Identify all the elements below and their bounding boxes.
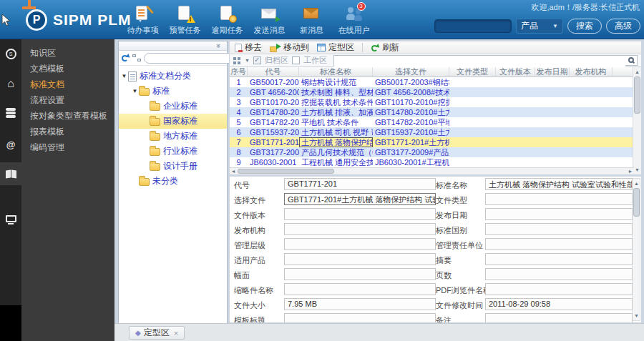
field-input-right[interactable]: 2011-08-29 09:58 bbox=[485, 298, 633, 310]
field-input-left[interactable]: 7.95 MB bbox=[284, 298, 436, 310]
tree-node[interactable]: 国家标准 bbox=[119, 114, 227, 129]
scrollbar-thumb[interactable] bbox=[633, 188, 640, 217]
global-search-input[interactable] bbox=[434, 19, 512, 33]
sidebar-item[interactable]: 标准文档 bbox=[21, 76, 114, 92]
table-cell bbox=[496, 117, 535, 127]
archive-area-checkbox[interactable] bbox=[253, 56, 261, 64]
table-row[interactable]: 7GBT1771-201土方机械 落物保护结构试GBT1771-201#土方机械… bbox=[230, 137, 634, 147]
field-input-right[interactable] bbox=[485, 208, 633, 220]
topbar-action-todo[interactable]: 待办事项 bbox=[122, 5, 164, 36]
column-header[interactable]: 发布机构 bbox=[570, 67, 613, 76]
tree-refresh-icon[interactable] bbox=[121, 54, 130, 62]
sidebar-item[interactable]: 流程设置 bbox=[21, 92, 114, 108]
collapse-all-icon[interactable] bbox=[132, 54, 141, 62]
topbar-action-overdue-tasks[interactable]: 逾期任务 bbox=[206, 5, 248, 36]
table-vertical-scrollbar[interactable]: ▲ ▼ bbox=[633, 67, 641, 174]
remove-button[interactable]: 移去 bbox=[235, 41, 262, 54]
chevron-down-icon[interactable]: ▼ bbox=[245, 58, 250, 63]
topbar-action-warning-tasks[interactable]: 预警任务 bbox=[164, 5, 206, 36]
tree-node[interactable]: 未分类 bbox=[119, 174, 227, 189]
scroll-right-icon[interactable]: ► bbox=[627, 168, 634, 174]
scroll-up-icon[interactable]: ▲ bbox=[633, 68, 641, 76]
sipm-badge-icon[interactable]: S bbox=[0, 44, 21, 64]
topbar-action-online-users[interactable]: 3在线用户 bbox=[333, 5, 375, 36]
database-icon[interactable] bbox=[0, 102, 21, 122]
scrollbar-thumb[interactable] bbox=[238, 169, 334, 174]
table-horizontal-scrollbar[interactable]: ◄ ► bbox=[230, 167, 634, 174]
field-input-right[interactable] bbox=[485, 283, 633, 295]
field-input-left[interactable] bbox=[284, 253, 436, 265]
workstation-icon[interactable] bbox=[0, 209, 21, 229]
column-header[interactable]: 序号 bbox=[230, 67, 248, 76]
field-input-left[interactable] bbox=[284, 208, 436, 220]
sidebar-item[interactable]: 知识区 bbox=[21, 45, 114, 61]
sidebar-item[interactable]: 报表模板 bbox=[21, 124, 114, 139]
topbar-actions: 待办事项预警任务逾期任务发送消息新消息3在线用户 bbox=[122, 5, 375, 36]
advanced-search-button[interactable]: 高级 bbox=[606, 19, 640, 34]
home-icon[interactable]: ⌂ bbox=[0, 74, 21, 94]
expander-icon[interactable]: ▼ bbox=[131, 88, 139, 94]
support-at-icon[interactable]: @ bbox=[0, 134, 21, 154]
finalize-area-button[interactable]: 定型区 bbox=[317, 41, 354, 54]
column-header[interactable]: 代号 bbox=[248, 67, 299, 76]
column-header[interactable]: 发布日期 bbox=[535, 67, 570, 76]
topbar-action-new-message[interactable]: 新消息 bbox=[291, 5, 333, 36]
field-input-left[interactable]: GBT1771-201 bbox=[284, 178, 436, 190]
search-icon[interactable] bbox=[628, 57, 634, 63]
scrollbar-thumb[interactable] bbox=[634, 76, 640, 114]
search-button[interactable]: 搜索 bbox=[567, 19, 602, 34]
search-category-dropdown[interactable]: 产品 ▼ bbox=[516, 19, 563, 34]
table-row[interactable]: 8GBT3177-2009产品几何技术规范（GPS）GBT3177-2009#产… bbox=[230, 147, 634, 157]
field-input-right[interactable] bbox=[485, 253, 633, 265]
tree-node[interactable]: 企业标准 bbox=[119, 99, 227, 114]
table-row[interactable]: 2GBT 4656-2008技术制图 棒料、型材及其断...GBT 4656-2… bbox=[230, 87, 634, 97]
field-input-right[interactable] bbox=[485, 238, 633, 250]
close-icon[interactable]: × bbox=[174, 329, 178, 337]
column-header[interactable]: 标准名称 bbox=[299, 67, 373, 76]
sidebar-item[interactable]: 按对象类型查看模板 bbox=[21, 108, 114, 124]
field-input-right[interactable] bbox=[485, 268, 633, 280]
field-input-left[interactable] bbox=[284, 268, 436, 280]
tree-node[interactable]: ▼标准 bbox=[119, 84, 227, 99]
field-input-left[interactable] bbox=[284, 283, 436, 295]
column-header[interactable]: 选择文件 bbox=[373, 67, 449, 76]
tree-node[interactable]: 设计手册 bbox=[119, 159, 227, 174]
tree-node[interactable]: ▼标准文档分类 bbox=[119, 69, 227, 84]
column-header[interactable]: 文件版本 bbox=[496, 67, 535, 76]
view-switch-icon[interactable] bbox=[233, 56, 241, 64]
column-header[interactable]: 文件类型 bbox=[449, 67, 496, 76]
field-input-right[interactable] bbox=[485, 313, 633, 323]
sidebar-item[interactable]: 文档模板 bbox=[21, 61, 114, 76]
table-row[interactable]: 6GBT15937-2010土方机械 司机 视野 试验方...GBT15937-… bbox=[230, 127, 634, 137]
table-row[interactable]: 3GBT10170-2010挖掘装载机 技术条件GBT10170-2010#挖掘… bbox=[230, 97, 634, 107]
table-row[interactable]: 5GBT14782-2010平地机 技术条件GBT14782-2010#平地机.… bbox=[230, 117, 634, 127]
field-input-left[interactable] bbox=[284, 238, 436, 250]
tree-node[interactable]: 地方标准 bbox=[119, 129, 227, 144]
topbar-action-send-message[interactable]: 发送消息 bbox=[248, 5, 291, 36]
send-message-icon bbox=[260, 5, 279, 23]
field-input-right[interactable] bbox=[485, 193, 633, 205]
field-input-left[interactable] bbox=[284, 223, 436, 235]
table-row[interactable]: 1GB50017-2003钢结构设计规范GB50017-2003#钢结构设... bbox=[230, 77, 634, 87]
tab-finalize-area[interactable]: ◆ 定型区 × bbox=[129, 326, 185, 340]
field-input-left[interactable] bbox=[284, 313, 436, 323]
scroll-down-icon[interactable]: ▼ bbox=[633, 166, 641, 174]
tree-node[interactable]: 行业标准 bbox=[119, 144, 227, 159]
scroll-down-icon[interactable]: ▼ bbox=[633, 312, 640, 320]
scroll-up-icon[interactable]: ▲ bbox=[633, 179, 640, 187]
table-row[interactable]: 4GBT14780-2010土方机械 排液、加液和液位...GBT14780-2… bbox=[230, 107, 634, 117]
move-to-button[interactable]: 移动到 bbox=[270, 41, 309, 54]
field-input-right[interactable] bbox=[485, 223, 633, 235]
workspace-checkbox[interactable] bbox=[292, 56, 300, 64]
expander-icon[interactable]: ▼ bbox=[120, 73, 128, 79]
library-book-icon[interactable] bbox=[0, 164, 21, 184]
sidebar-item[interactable]: 编码管理 bbox=[21, 139, 114, 155]
field-input-left[interactable]: GBT1771-201#土方机械 落物保护结构 试验室试验和性 bbox=[284, 193, 436, 205]
table-row[interactable]: 9JB6030-2001工程机械 通用安全技术要求JB6030-2001#工程机… bbox=[230, 157, 634, 167]
refresh-button[interactable]: 刷新 bbox=[371, 41, 399, 54]
scroll-left-icon[interactable]: ◄ bbox=[230, 168, 237, 174]
tree-collapse-bar[interactable]: » bbox=[119, 41, 227, 51]
table-search-input[interactable] bbox=[334, 59, 625, 68]
form-vertical-scrollbar[interactable]: ▲ ▼ bbox=[632, 178, 640, 321]
field-input-right[interactable]: 土方机械 落物保护结构 试验室试验和性能要求 bbox=[485, 178, 633, 190]
